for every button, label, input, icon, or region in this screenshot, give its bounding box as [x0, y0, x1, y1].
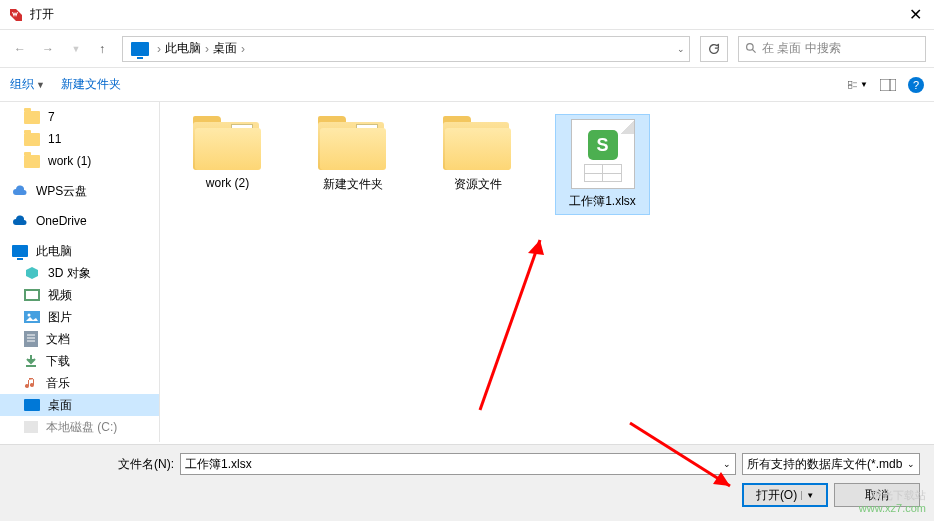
chevron-down-icon[interactable]: ⌄ — [723, 459, 731, 469]
folder-icon — [24, 155, 40, 168]
refresh-icon — [707, 42, 721, 56]
disk-icon — [24, 421, 38, 433]
watermark: 极光下载站 www.xz7.com — [859, 489, 926, 515]
sidebar-item-onedrive[interactable]: OneDrive — [0, 210, 159, 232]
onedrive-icon — [12, 215, 28, 227]
file-list: work (2) 新建文件夹 资源文件 S 工作簿1.xlsx — [160, 102, 934, 442]
xlsx-file-icon: S — [571, 119, 635, 189]
sidebar-item-wps[interactable]: WPS云盘 — [0, 180, 159, 202]
pc-icon — [131, 42, 149, 56]
folder-icon — [24, 111, 40, 124]
3d-icon — [24, 266, 40, 280]
breadcrumb-desktop[interactable]: 桌面 — [213, 40, 237, 57]
sidebar-item-disk-c[interactable]: 本地磁盘 (C:) — [0, 416, 159, 438]
sidebar-item-pictures[interactable]: 图片 — [0, 306, 159, 328]
breadcrumb-pc[interactable]: 此电脑 — [165, 40, 201, 57]
help-button[interactable]: ? — [908, 77, 924, 93]
pc-icon — [12, 245, 28, 257]
file-item-work2[interactable]: work (2) — [180, 114, 275, 194]
svg-point-0 — [747, 44, 754, 51]
filename-input[interactable]: 工作簿1.xlsx ⌄ — [180, 453, 736, 475]
filename-label: 文件名(N): — [14, 456, 174, 473]
chevron-right-icon: › — [157, 42, 161, 56]
chevron-down-icon[interactable]: ⌄ — [907, 459, 915, 469]
breadcrumb[interactable]: › 此电脑 › 桌面 › ⌄ — [122, 36, 690, 62]
folder-icon — [443, 118, 513, 172]
filetype-dropdown[interactable]: 所有支持的数据库文件(*.mdb ⌄ — [742, 453, 920, 475]
file-item-workbook1[interactable]: S 工作簿1.xlsx — [555, 114, 650, 215]
nav-up-button[interactable]: ↑ — [92, 39, 112, 59]
search-input[interactable]: 在 桌面 中搜索 — [738, 36, 926, 62]
sidebar-item-desktop[interactable]: 桌面 — [0, 394, 159, 416]
svg-line-1 — [752, 49, 755, 52]
sidebar-item-video[interactable]: 视频 — [0, 284, 159, 306]
sidebar-item-11[interactable]: 11 — [0, 128, 159, 150]
svg-rect-3 — [849, 85, 852, 88]
download-icon — [24, 354, 38, 368]
nav-forward-button[interactable]: → — [36, 37, 60, 61]
file-item-resources[interactable]: 资源文件 — [430, 114, 525, 197]
svg-rect-10 — [24, 311, 40, 323]
sidebar-item-7[interactable]: 7 — [0, 106, 159, 128]
chevron-right-icon: › — [241, 42, 245, 56]
desktop-icon — [24, 399, 40, 411]
preview-pane-button[interactable] — [878, 75, 898, 95]
svg-rect-16 — [24, 421, 38, 433]
search-placeholder: 在 桌面 中搜索 — [762, 40, 841, 57]
file-item-newfolder[interactable]: 新建文件夹 — [305, 114, 400, 197]
nav-history-dropdown[interactable]: ▼ — [64, 37, 88, 61]
sidebar-item-documents[interactable]: 文档 — [0, 328, 159, 350]
nav-back-button[interactable]: ← — [8, 37, 32, 61]
wps-logo-icon — [8, 7, 24, 23]
video-icon — [24, 289, 40, 301]
close-button[interactable]: ✕ — [905, 5, 926, 24]
organize-button[interactable]: 组织 ▼ — [10, 76, 45, 93]
svg-rect-6 — [880, 79, 896, 91]
svg-rect-9 — [26, 291, 38, 299]
svg-rect-2 — [849, 81, 852, 84]
search-icon — [745, 42, 758, 55]
picture-icon — [24, 311, 40, 323]
sidebar-item-music[interactable]: 音乐 — [0, 372, 159, 394]
open-button[interactable]: 打开(O)▼ — [742, 483, 828, 507]
sidebar: 7 11 work (1) WPS云盘 OneDrive 此电脑 3D 对象 视… — [0, 102, 160, 442]
breadcrumb-dropdown[interactable]: ⌄ — [677, 44, 685, 54]
cloud-icon — [12, 185, 28, 197]
svg-point-11 — [28, 314, 31, 317]
refresh-button[interactable] — [700, 36, 728, 62]
folder-icon — [193, 118, 263, 172]
folder-icon — [24, 133, 40, 146]
sidebar-item-downloads[interactable]: 下载 — [0, 350, 159, 372]
sidebar-item-3d[interactable]: 3D 对象 — [0, 262, 159, 284]
chevron-right-icon: › — [205, 42, 209, 56]
music-icon — [24, 376, 38, 390]
window-title: 打开 — [30, 6, 54, 23]
sidebar-item-work1[interactable]: work (1) — [0, 150, 159, 172]
folder-icon — [318, 118, 388, 172]
svg-rect-12 — [24, 331, 38, 347]
sidebar-item-pc[interactable]: 此电脑 — [0, 240, 159, 262]
document-icon — [24, 331, 38, 347]
view-options-button[interactable]: ▼ — [848, 75, 868, 95]
new-folder-button[interactable]: 新建文件夹 — [61, 76, 121, 93]
